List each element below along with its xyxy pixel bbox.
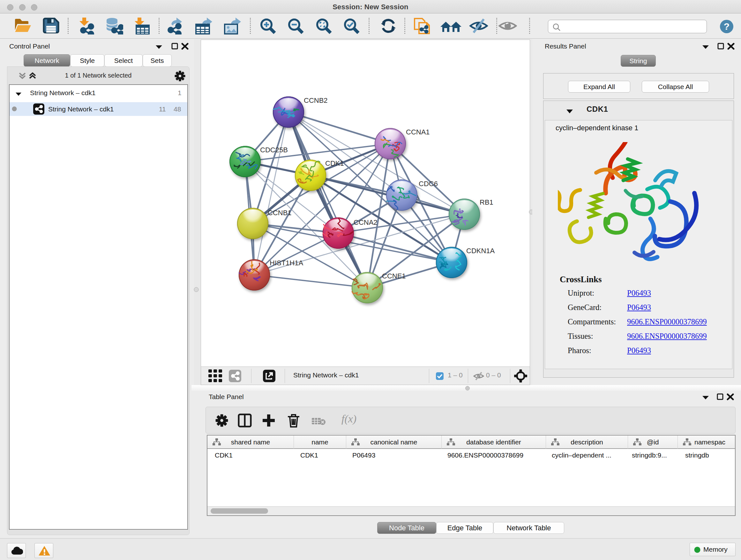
svg-text:?: ?: [724, 21, 730, 32]
